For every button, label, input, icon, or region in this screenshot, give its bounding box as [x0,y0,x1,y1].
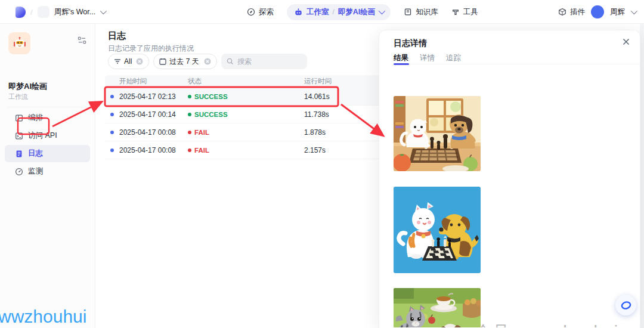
clear-filter-icon[interactable] [136,58,143,65]
workspace-avatar [38,6,49,18]
cell-start-time: 2025-04-17 02:13 [119,92,188,101]
result-image-2[interactable] [394,187,481,273]
chevron-down-icon [100,8,107,14]
nav-plugins[interactable]: 插件 [558,7,585,17]
result-image-3[interactable] [394,288,481,327]
status-dot-icon [188,113,191,116]
log-icon [15,150,23,158]
nav-tools-label: 工具 [463,7,478,17]
sidebar-item-orchestrate[interactable]: 编排 [5,109,90,126]
filter-bar: All 过去 7 天 [108,54,307,69]
panel-title: 日志详情 [394,38,427,49]
sidebar: 即梦AI绘画 工作流 编排 访问 API 日志 监测 [0,24,95,328]
date-filter-label: 过去 7 天 [169,57,199,67]
search-icon [227,58,234,65]
cell-start-time: 2025-04-17 00:08 [119,128,188,137]
plugin-box-icon [558,8,566,16]
row-dot-icon [110,113,114,116]
nav-explore[interactable]: 探索 [247,7,274,17]
breadcrumb-separator: / [30,8,33,17]
row-dot-icon [110,148,114,152]
search-box[interactable] [221,54,307,69]
status-badge: FAIL [188,147,304,154]
nav-explore-label: 探索 [259,7,274,17]
status-filter-pill[interactable]: All [108,54,149,69]
chevron-down-icon [379,8,385,14]
panel-watermark-text: 众号 · wwzhouhui [475,321,618,327]
workspace-switcher[interactable]: / 周辉's Wor... [16,0,105,24]
hammer-icon [451,8,460,16]
page-title: 日志 [108,30,126,42]
app-type-label: 工作流 [8,92,28,101]
nav-plugins-label: 插件 [570,7,585,17]
nav-studio-label[interactable]: 工作室 [306,7,329,17]
sidebar-item-label: 监测 [28,166,43,177]
app-settings-icon[interactable] [78,36,86,45]
close-icon[interactable] [623,38,630,45]
calendar-icon [159,58,166,65]
row-dot-icon [110,131,114,134]
sidebar-item-label: 编排 [28,113,43,123]
status-filter-label: All [124,57,132,66]
tab-trace[interactable]: 追踪 [446,53,461,64]
robot-icon [294,8,303,17]
book-icon [404,8,412,16]
nav-right: 插件 周辉 [558,0,636,24]
robot-avatar-icon [12,36,27,51]
result-image-1-art [394,96,481,171]
assistant-logo-icon [620,299,633,312]
date-filter-pill[interactable]: 过去 7 天 [153,54,217,69]
api-icon [15,132,23,140]
panel-result-body: 众号 · wwzhouhui [379,64,640,327]
tab-result[interactable]: 结果 [394,53,408,64]
filter-icon [114,58,121,65]
breadcrumb-separator: / [333,8,335,16]
main-nav: 探索 工作室 / 即梦AI绘画 知识库 工具 [247,0,478,24]
page-backdrop [640,24,644,328]
status-badge: SUCCESS [188,93,304,100]
sidebar-item-label: 访问 API [28,131,57,141]
coze-logo-icon[interactable] [16,7,26,18]
result-image-1[interactable] [394,96,481,171]
top-navbar: / 周辉's Wor... 探索 工作室 / 即梦AI绘画 知识库 工具 插件 [0,0,644,24]
nav-tools[interactable]: 工具 [451,7,478,17]
nav-studio-breadcrumb[interactable]: 工作室 / 即梦AI绘画 [287,4,391,20]
tab-detail[interactable]: 详情 [420,53,435,64]
user-name[interactable]: 周辉 [610,7,625,17]
status-badge: FAIL [188,129,304,136]
assistant-float-button[interactable] [615,295,636,315]
result-image-3-art [394,288,481,327]
panel-tabbar: 结果 详情 追踪 [394,53,640,64]
app-avatar [8,32,30,54]
row-dot-icon [110,95,114,98]
sidebar-item-api[interactable]: 访问 API [5,127,90,144]
user-avatar[interactable] [591,5,604,18]
result-image-2-art [394,187,481,273]
nav-knowledge-label: 知识库 [416,7,438,17]
nav-current-app-label[interactable]: 即梦AI绘画 [338,7,376,17]
bottom-left-watermark-text: wwzhouhui [0,307,86,327]
status-dot-icon [188,95,191,98]
clear-date-filter-icon[interactable] [204,58,211,65]
sidebar-menu: 编排 访问 API 日志 监测 [5,109,90,181]
status-dot-icon [188,148,191,152]
monitor-icon [15,168,23,176]
app-name: 即梦AI绘画 [8,81,47,92]
workspace-name[interactable]: 周辉's Wor... [54,7,96,17]
col-header-status: 状态 [188,77,304,86]
status-badge: SUCCESS [188,111,304,118]
cell-start-time: 2025-04-17 00:08 [119,146,188,154]
orchestrate-icon [15,114,23,122]
status-dot-icon [188,131,191,134]
chevron-down-icon [631,8,637,14]
cell-start-time: 2025-04-17 00:14 [119,110,188,119]
col-header-start-time: 开始时间 [119,77,188,86]
sidebar-item-logs[interactable]: 日志 [5,145,90,162]
sidebar-item-label: 日志 [28,148,43,159]
sidebar-item-monitor[interactable]: 监测 [5,163,90,180]
compass-icon [247,8,255,16]
search-input[interactable] [237,57,297,66]
page-subtitle: 日志记录了应用的执行情况 [108,44,194,54]
sidebar-divider [8,107,87,107]
nav-knowledge[interactable]: 知识库 [404,7,438,17]
